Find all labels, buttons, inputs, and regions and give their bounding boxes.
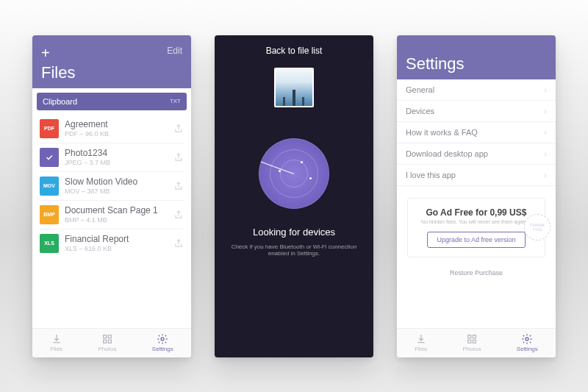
settings-list: General› Devices› How it works & FAQ› Do… [397, 79, 556, 328]
grid-icon [101, 333, 113, 345]
file-info: Agreement PDF – 96.0 KB [65, 119, 168, 137]
svg-rect-3 [108, 340, 111, 343]
chevron-right-icon: › [544, 107, 547, 115]
tab-photos[interactable]: Photos [463, 333, 481, 352]
tab-files[interactable]: Files [415, 333, 427, 352]
tab-label: Settings [152, 346, 173, 352]
discovery-screen: Back to file list Looking for devices Ch… [215, 35, 373, 357]
settings-title: Settings [406, 54, 547, 74]
file-name: Slow Motion Video [65, 177, 168, 187]
svg-rect-6 [473, 335, 476, 338]
svg-rect-0 [104, 335, 107, 338]
svg-point-9 [526, 338, 528, 341]
tab-settings[interactable]: Settings [152, 333, 173, 352]
xls-icon: XLS [40, 234, 59, 253]
svg-rect-5 [468, 335, 471, 338]
hint-text: Check if you have Bluetooth or Wi-Fi con… [215, 243, 373, 257]
file-name: Financial Report [65, 234, 168, 244]
bmp-icon: BMP [40, 205, 59, 224]
share-icon[interactable] [173, 124, 184, 134]
download-icon [51, 333, 62, 345]
files-screen: + Edit Files Clipboard TXT PDF Agreement… [32, 35, 191, 357]
svg-rect-8 [473, 340, 476, 343]
clipboard-label: Clipboard [43, 97, 77, 106]
file-info: Document Scan Page 1 BMP – 4.1 MB [65, 205, 168, 223]
gear-icon [157, 333, 168, 345]
row-label: I love this app [406, 171, 456, 179]
tab-settings[interactable]: Settings [517, 333, 538, 352]
gear-icon [521, 333, 533, 345]
download-icon [415, 333, 427, 345]
file-meta: BMP – 4.1 MB [65, 216, 168, 224]
files-header: + Edit Files [32, 35, 191, 88]
file-name: Photo1234 [65, 148, 168, 158]
file-row[interactable]: XLS Financial Report XLS – 616.0 KB [32, 229, 191, 257]
share-icon[interactable] [173, 210, 184, 220]
radar-needle [261, 161, 294, 174]
files-list: PDF Agreement PDF – 96.0 KB Photo1234 JP… [32, 110, 191, 328]
file-meta: MOV – 387 MB [65, 188, 168, 195]
share-icon[interactable] [173, 238, 184, 249]
add-icon[interactable]: + [41, 46, 182, 60]
file-row[interactable]: Photo1234 JPEG – 3.7 MB [32, 143, 191, 171]
radar-icon [259, 138, 329, 209]
tab-files[interactable]: Files [50, 333, 62, 352]
clipboard-bar[interactable]: Clipboard TXT [37, 93, 187, 110]
row-label: General [406, 85, 434, 94]
file-meta: PDF – 96.0 KB [65, 130, 168, 138]
settings-header: Settings [397, 35, 556, 79]
restore-purchase-button[interactable]: Restore Purchase [397, 269, 556, 277]
pdf-icon: PDF [40, 119, 59, 138]
mov-icon: MOV [40, 177, 59, 196]
file-meta: XLS – 616.0 KB [65, 245, 168, 252]
settings-row-desktop[interactable]: Download desktop app› [397, 143, 556, 165]
tab-label: Files [415, 346, 427, 352]
settings-row-devices[interactable]: Devices› [397, 101, 556, 122]
back-button[interactable]: Back to file list [215, 35, 373, 63]
adfree-promo: Go Ad Free for 0,99 US$ No hidden fees. … [407, 198, 545, 257]
file-info: Slow Motion Video MOV – 387 MB [65, 177, 168, 194]
tab-bar: Files Photos Settings [397, 328, 556, 357]
row-label: How it works & FAQ [406, 128, 478, 137]
row-label: Devices [406, 107, 434, 115]
tab-photos[interactable]: Photos [98, 333, 117, 352]
settings-screen: Settings General› Devices› How it works … [397, 35, 556, 357]
file-info: Photo1234 JPEG – 3.7 MB [65, 148, 168, 165]
share-icon[interactable] [173, 181, 184, 191]
tab-bar: Files Photos Settings [32, 328, 191, 357]
row-label: Download desktop app [406, 149, 488, 158]
radar-dot [301, 161, 303, 163]
upgrade-button[interactable]: Upgrade to Ad free version [427, 232, 525, 248]
chevron-right-icon: › [544, 128, 547, 137]
radar-dot [309, 177, 312, 179]
grid-icon [466, 333, 478, 345]
settings-row-faq[interactable]: How it works & FAQ› [397, 122, 556, 143]
chevron-right-icon: › [544, 85, 547, 94]
share-icon[interactable] [173, 152, 184, 163]
clipboard-badge: TXT [170, 98, 181, 104]
chevron-right-icon: › [544, 149, 547, 158]
files-title: Files [41, 63, 182, 82]
radar-dot [279, 170, 281, 172]
edit-button[interactable]: Edit [167, 46, 182, 56]
svg-rect-7 [468, 340, 471, 343]
check-icon [40, 148, 59, 167]
tab-label: Files [50, 346, 62, 352]
file-row[interactable]: PDF Agreement PDF – 96.0 KB [32, 115, 191, 143]
radar-container [215, 138, 373, 209]
promo-subtitle: No hidden fees. You will never see them … [417, 219, 536, 224]
promo-title: Go Ad Free for 0,99 US$ [417, 207, 536, 218]
settings-row-general[interactable]: General› [397, 79, 556, 101]
thankyou-stamp-icon: THANK YOU [524, 214, 551, 240]
chevron-right-icon: › [544, 171, 547, 179]
svg-rect-1 [108, 335, 111, 338]
tab-label: Photos [463, 346, 481, 352]
settings-row-love[interactable]: I love this app› [397, 165, 556, 186]
file-thumbnail[interactable] [274, 68, 314, 107]
file-meta: JPEG – 3.7 MB [65, 159, 168, 166]
tab-label: Photos [98, 346, 117, 352]
file-row[interactable]: MOV Slow Motion Video MOV – 387 MB [32, 172, 191, 200]
file-info: Financial Report XLS – 616.0 KB [65, 234, 168, 252]
tab-label: Settings [517, 346, 538, 352]
file-row[interactable]: BMP Document Scan Page 1 BMP – 4.1 MB [32, 201, 191, 229]
